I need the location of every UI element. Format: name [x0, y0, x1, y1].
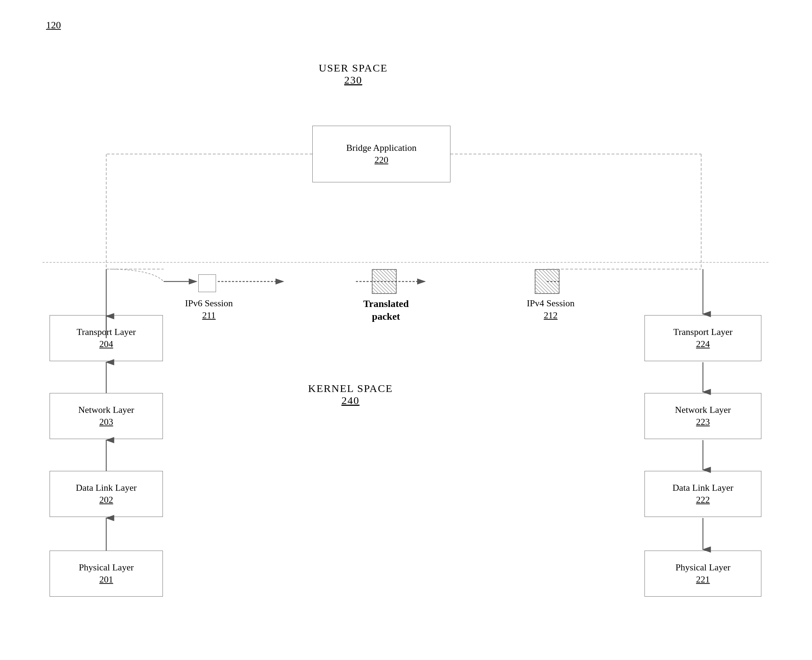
left-physical-box: Physical Layer 201	[49, 551, 163, 597]
right-physical-box: Physical Layer 221	[644, 551, 761, 597]
translated-packet-box	[372, 269, 396, 294]
kernel-space-label: KERNEL SPACE 240	[308, 382, 393, 406]
right-network-box: Network Layer 223	[644, 393, 761, 439]
left-transport-box: Transport Layer 204	[49, 315, 163, 361]
user-space-label: USER SPACE 230	[319, 62, 388, 86]
bridge-application-box: Bridge Application 220	[312, 126, 450, 182]
right-transport-box: Transport Layer 224	[644, 315, 761, 361]
space-separator	[43, 262, 768, 263]
left-datalink-box: Data Link Layer 202	[49, 471, 163, 517]
left-network-box: Network Layer 203	[49, 393, 163, 439]
ipv6-session-label: IPv6 Session 211	[184, 297, 234, 322]
translated-packet-label: Translatedpacket	[350, 297, 422, 323]
figure-number: 120	[46, 19, 61, 31]
ipv4-session-label: IPv4 Session 212	[517, 297, 584, 322]
ipv6-session-packet	[198, 274, 216, 292]
ipv4-session-packet	[535, 269, 560, 294]
right-datalink-box: Data Link Layer 222	[644, 471, 761, 517]
